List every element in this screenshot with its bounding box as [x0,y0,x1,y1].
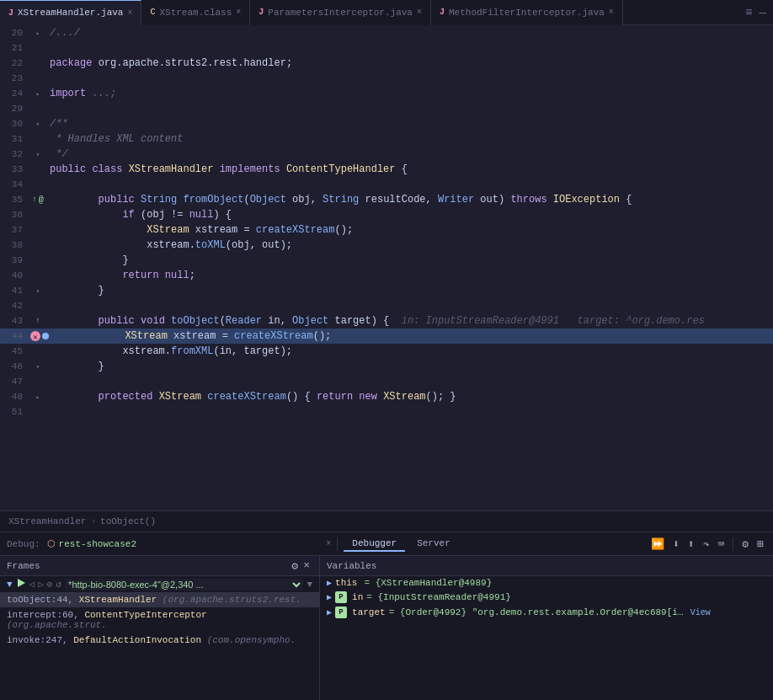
variables-panel: Variables ▶ this = {XStreamHandler@4989}… [320,556,773,700]
breadcrumb-class[interactable]: XStreamHandler [8,516,86,526]
thread-restore-btn[interactable]: ↺ [56,579,61,590]
line-number: 23 [0,73,29,83]
code-line-36: 36 if (obj != null) { [0,207,773,222]
debug-step-into-btn[interactable]: ⬇ [670,537,682,551]
debug-run-to-cursor-btn[interactable]: ↷ [701,537,712,551]
debug-tab-debugger[interactable]: Debugger [344,537,405,552]
line-gutter: ↑ @ [29,195,46,205]
code-line-44: 44 ✕ XStream xstream = createXStream(); [0,329,773,344]
var-expand-in[interactable]: ▶ [327,592,332,602]
thread-nav-prev[interactable]: ◁ [29,579,35,590]
java-file-icon: J [8,8,13,18]
line-number: 44 [0,331,29,341]
variable-target: ▶ P target = {Order@4992} "org.demo.rest… [320,605,773,620]
debug-layout-btn[interactable]: ⊞ [754,537,766,551]
svg-marker-3 [18,579,25,587]
code-content: */ [46,148,765,160]
debug-step-out-btn[interactable]: ⬆ [685,537,697,551]
frame-loc: intercept:60, ContentTypeInterceptor (or… [7,610,312,630]
class-file-icon: C [150,8,155,17]
svg-point-2 [42,333,49,339]
frame-item-1[interactable]: intercept:60, ContentTypeInterceptor (or… [0,607,319,633]
code-line-31: 31 * Handles XML content [0,131,773,147]
line-number: 47 [0,377,29,387]
thread-expand-icon[interactable]: ▼ [7,580,13,590]
thread-item: ▼ ◁ ▷ ⊘ ↺ *http-bio-8080-exec-4"@2,340 .… [0,576,319,592]
var-name-target: target [352,607,386,617]
code-content: xstream.fromXML(in, target); [46,345,765,357]
line-number: 35 ↑ [0,195,29,205]
debug-evaluate-btn[interactable]: ⌨ [716,537,728,551]
var-name-this: this [335,578,357,588]
code-line-46: 46 ▾ } [0,359,773,374]
tabs-overflow-btn[interactable]: ≡ [742,6,755,19]
line-number: 36 [0,210,29,220]
frame-loc: invoke:247, DefaultActionInvocation (com… [7,635,296,645]
code-line-21: 21 [0,40,773,56]
thread-arrow-btn[interactable] [16,578,26,590]
thread-nav-next[interactable]: ▷ [38,579,44,590]
tab-close-btn[interactable]: × [417,8,422,17]
code-content: public void toObject(Reader in, Object t… [46,315,765,327]
line-gutter: ▸ [29,29,46,37]
frame-loc: toObject:44, XStreamHandler (org.apache.… [7,595,301,605]
debug-session-name[interactable]: rest-showcase2 [59,539,136,549]
tab-close-btn[interactable]: × [609,8,614,17]
variables-panel-label: Variables [327,561,766,571]
code-line-20: 20 ▸ /.../ [0,25,773,40]
breadcrumb-method[interactable]: toObject() [100,516,156,526]
tab-methodfilterinterceptor-java[interactable]: J MethodFilterInterceptor.java × [431,0,623,25]
fold-icon[interactable]: ▸ [35,29,42,37]
code-line-30: 30 ▾ /** [0,116,773,131]
var-value-in: = {InputStreamReader@4991} [366,592,511,602]
tab-close-btn[interactable]: × [236,8,241,17]
frame-item-2[interactable]: invoke:247, DefaultActionInvocation (com… [0,633,319,648]
debug-step-over-btn[interactable]: ⏩ [648,537,667,551]
tab-close-btn[interactable]: × [127,8,132,18]
fold-icon[interactable]: ▾ [35,287,42,295]
var-expand-target[interactable]: ▶ [327,607,332,617]
debug-tab-server[interactable]: Server [408,537,459,552]
code-content: public String fromObject(Object obj, Str… [46,194,765,206]
line-gutter: ▾ [29,151,46,158]
variables-panel-header: Variables [320,556,773,576]
var-value-this: = {XStreamHandler@4989} [364,578,492,588]
thread-dropdown-btn[interactable]: ▼ [307,580,312,590]
frames-panel: Frames ⚙ × ▼ ◁ ▷ ⊘ ↺ *http-bio-8080-exec… [0,556,320,700]
thread-selector[interactable]: *http-bio-8080-exec-4"@2,340 ... [65,579,303,590]
breadcrumb-separator: › [90,516,96,526]
line-gutter: ▾ [29,363,46,371]
debug-session-close[interactable]: × [326,539,331,548]
code-line-51: 51 [0,404,773,419]
line-number: 51 [0,407,29,417]
line-number: 37 [0,225,29,235]
fold-icon[interactable]: ▾ [35,120,42,128]
var-view-target[interactable]: View [690,608,711,617]
line-gutter: ▸ [29,393,46,401]
line-number: 46 [0,361,29,371]
line-number: 29 [0,104,29,114]
line-number: 40 [0,270,29,281]
thread-filter-btn[interactable]: ⊘ [47,579,53,590]
tabs-window-btn[interactable]: — [756,6,770,19]
frames-close-btn[interactable]: × [301,559,312,572]
frame-item-0[interactable]: toObject:44, XStreamHandler (org.apache.… [0,592,319,607]
fold-icon[interactable]: ▾ [35,151,42,158]
debug-panel: Debug: ⬡ rest-showcase2 × Debugger Serve… [0,532,773,700]
fold-icon[interactable]: ▸ [35,90,42,98]
tab-xstreamhandler-java[interactable]: J XStreamHandler.java × [0,0,141,25]
tab-xstream-class[interactable]: C XStream.class × [141,0,250,25]
code-line-29: 29 [0,101,773,116]
variable-this: ▶ this = {XStreamHandler@4989} [320,576,773,590]
var-expand-this[interactable]: ▶ [327,578,332,588]
frames-settings-btn[interactable]: ⚙ [289,559,301,573]
java-file-icon: J [440,8,445,17]
frames-panel-label: Frames [7,561,289,571]
fold-icon[interactable]: ▸ [35,393,42,401]
code-line-42: 42 [0,298,773,313]
debug-settings-btn[interactable]: ⚙ [739,537,751,551]
code-content: } [46,361,765,372]
fold-icon[interactable]: ▾ [35,363,42,371]
svg-text:✕: ✕ [33,334,37,342]
tab-parametersinterceptor-java[interactable]: J ParametersInterceptor.java × [250,0,431,25]
